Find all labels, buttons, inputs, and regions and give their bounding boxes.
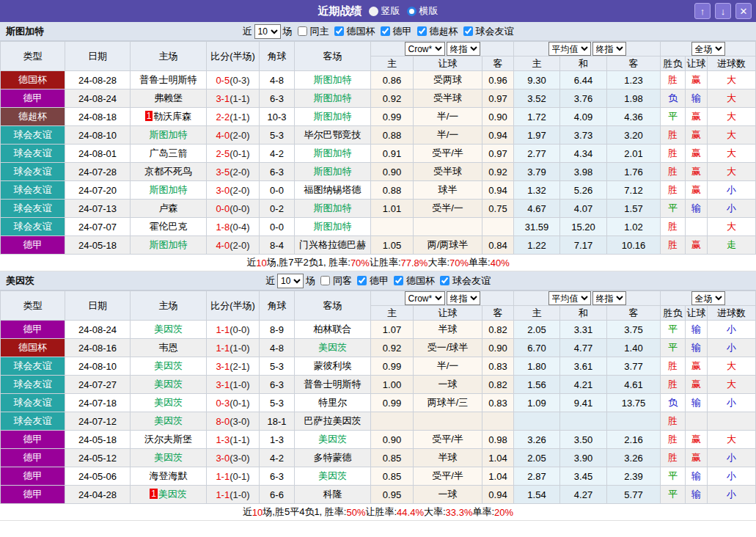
avg-home: 1.72 — [514, 108, 560, 126]
match-date: 24-04-28 — [65, 486, 131, 504]
home-team-name: 京都不死鸟 — [144, 166, 192, 177]
avg-away: 5.77 — [607, 486, 661, 504]
away-team: 斯图加特 — [295, 71, 371, 90]
result-winloss: 平 — [661, 321, 686, 339]
home-team: 美因茨 — [131, 357, 207, 376]
odds-away: 0.75 — [482, 200, 514, 218]
corner-count: 8-4 — [260, 236, 295, 255]
final-odds-select[interactable]: 终指 — [592, 291, 626, 305]
home-team-name: 美因茨 — [154, 324, 183, 335]
odds-away: 0.82 — [482, 321, 514, 339]
odds-away: 0.83 — [482, 394, 514, 412]
handicap-result: 赢 — [686, 163, 708, 181]
match-date: 24-07-27 — [65, 376, 131, 394]
window-title: 近期战绩 — [318, 4, 362, 18]
radio-selected-icon[interactable] — [407, 7, 416, 16]
column-header-3: 比分(半场) — [207, 42, 260, 71]
avg-home — [514, 412, 560, 431]
halftime-score: (0-0) — [230, 324, 249, 335]
halftime-score: (1-1) — [230, 112, 249, 123]
move-up-button[interactable]: ↑ — [694, 3, 711, 19]
fulltime-score: 0-5 — [216, 75, 230, 86]
summary-segment-7: 70% — [449, 257, 469, 268]
league-label-0: 德甲 — [370, 274, 389, 288]
final-odds-select[interactable]: 终指 — [592, 42, 626, 56]
sub-header-0-1: 让球 — [414, 306, 482, 321]
handicap-result — [686, 412, 708, 431]
home-team-name: 美因茨 — [154, 452, 183, 463]
summary-segment-4: 让胜率: — [370, 256, 401, 269]
result-winloss: 平 — [661, 486, 686, 504]
layout-radio-vertical[interactable]: 竖版 — [369, 4, 400, 18]
home-team-name: 美因茨 — [154, 379, 183, 390]
summary-segment-6: 大率: — [424, 505, 446, 519]
average-select[interactable]: 平均值 — [548, 291, 591, 305]
corner-count: 4-8 — [260, 339, 295, 357]
match-type-badge: 德甲 — [1, 467, 65, 486]
halftime-score: (1-1) — [230, 434, 249, 445]
table-row: 德甲24-05-12美因茨3-0(3-0)4-2多特蒙德0.85半球1.042.… — [1, 449, 756, 467]
away-team: 科隆 — [295, 486, 371, 504]
section-header-bar: 斯图加特近10场同主德国杯德甲德超杯球会友谊 — [0, 22, 756, 41]
recent-count-select[interactable]: 10 — [277, 274, 304, 288]
league-checkbox-0[interactable] — [357, 276, 367, 285]
home-team: 沃尔夫斯堡 — [131, 431, 207, 449]
fulltime-select[interactable]: 全场 — [691, 291, 725, 305]
close-button[interactable]: ✕ — [735, 3, 752, 19]
avg-away: 3.75 — [607, 321, 661, 339]
league-checkbox-3[interactable] — [463, 26, 473, 36]
match-date: 24-07-12 — [65, 412, 131, 431]
odds-company-select[interactable]: Crow* — [405, 291, 445, 305]
final-odds-select[interactable]: 终指 — [447, 42, 480, 56]
sub-header-1-0: 主 — [514, 56, 560, 71]
table-row: 球会友谊24-07-20斯图加特3-0(2-0)0-0福图纳锡塔德0.88球半0… — [1, 181, 756, 200]
results-table: 类型日期主场比分(半场)角球客场Crow*终指平均值终指全场主让球客主和客胜负让… — [0, 41, 756, 255]
league-checkbox-2[interactable] — [440, 276, 449, 285]
fulltime-score: 1-3 — [216, 434, 230, 445]
avg-home: 1.32 — [514, 181, 560, 200]
avg-draw — [560, 412, 607, 431]
same-venue-checkbox[interactable] — [298, 26, 307, 36]
away-team-name: 门兴格拉德巴赫 — [299, 239, 366, 250]
match-filters: 近10场同客德甲德国杯球会友谊 — [265, 274, 491, 288]
odds-home: 1.00 — [371, 376, 414, 394]
fulltime-select[interactable]: 全场 — [691, 42, 725, 56]
table-row: 德甲24-05-06海登海默1-1(0-1)6-3美因茨0.85受平/半1.04… — [1, 467, 756, 486]
radio-unselected-icon[interactable] — [369, 7, 378, 16]
column-header-2: 主场 — [131, 291, 207, 321]
away-team-name: 蒙彼利埃 — [314, 360, 352, 371]
odds-handicap-line: 球半 — [414, 181, 482, 200]
fulltime-score: 0-0 — [216, 203, 230, 214]
score-cell: 0-3(0-1) — [207, 394, 260, 412]
league-checkbox-2[interactable] — [417, 26, 427, 36]
away-team-name: 斯图加特 — [314, 221, 352, 232]
layout-radio-horizontal[interactable]: 横版 — [407, 4, 438, 18]
avg-draw: 3.76 — [560, 90, 607, 108]
away-team: 福图纳锡塔德 — [295, 181, 371, 200]
recent-count-select[interactable]: 10 — [254, 24, 281, 39]
league-checkbox-1[interactable] — [381, 26, 390, 36]
table-row: 球会友谊24-08-10美因茨3-1(2-1)5-3蒙彼利埃0.99半/一0.8… — [1, 357, 756, 376]
rank-badge: 1 — [150, 489, 158, 499]
sub-header-1-1: 和 — [560, 306, 607, 321]
section-header-bar: 美因茨近10场同客德甲德国杯球会友谊 — [0, 271, 756, 291]
column-header-5: 客场 — [295, 291, 371, 321]
odds-company-select[interactable]: Crow* — [405, 42, 445, 56]
summary-segment-0: 近 — [243, 505, 252, 519]
league-checkbox-1[interactable] — [394, 276, 403, 285]
league-label-1: 德甲 — [393, 25, 412, 38]
match-type-badge: 德甲 — [1, 431, 65, 449]
league-checkbox-0[interactable] — [334, 26, 344, 36]
summary-segment-5: 77.8% — [401, 257, 428, 268]
avg-home: 3.52 — [514, 90, 560, 108]
away-team: 斯图加特 — [295, 218, 371, 236]
sub-header-1-0: 主 — [514, 306, 560, 321]
match-date: 24-08-18 — [65, 108, 131, 126]
move-down-button[interactable]: ↓ — [715, 3, 731, 19]
same-venue-checkbox[interactable] — [320, 276, 330, 285]
table-row: 德国杯24-08-16韦恩1-1(1-0)4-8美因茨0.92受一/球半0.90… — [1, 339, 756, 357]
average-select[interactable]: 平均值 — [548, 42, 591, 56]
result-winloss: 胜 — [661, 449, 686, 467]
final-odds-select[interactable]: 终指 — [447, 291, 480, 305]
avg-away — [607, 412, 661, 431]
